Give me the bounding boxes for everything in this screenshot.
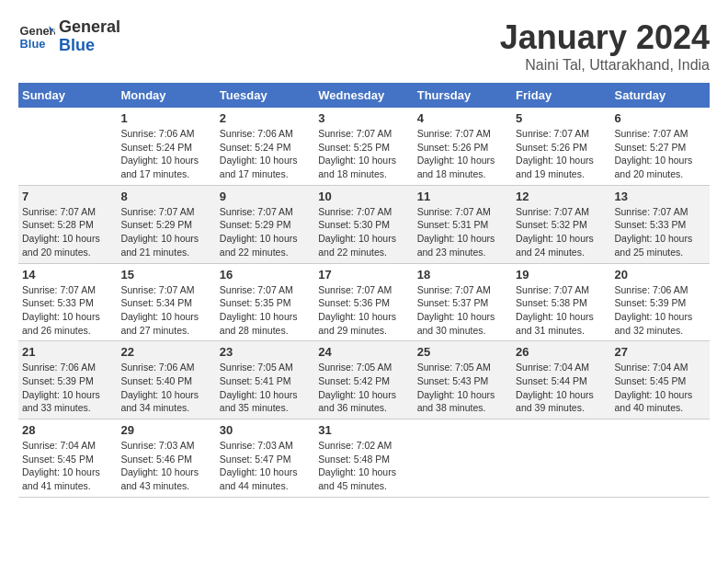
day-info: Sunrise: 7:07 AM Sunset: 5:26 PM Dayligh…	[516, 127, 607, 181]
day-number: 2	[220, 111, 311, 125]
weekday-header-thursday: Thursday	[414, 83, 512, 108]
calendar-cell: 14Sunrise: 7:07 AM Sunset: 5:33 PM Dayli…	[18, 263, 117, 341]
title-block: January 2024 Naini Tal, Uttarakhand, Ind…	[500, 18, 710, 74]
day-info: Sunrise: 7:04 AM Sunset: 5:44 PM Dayligh…	[516, 361, 607, 415]
calendar-cell: 3Sunrise: 7:07 AM Sunset: 5:25 PM Daylig…	[314, 108, 413, 185]
day-number: 13	[615, 190, 706, 203]
calendar-cell: 4Sunrise: 7:07 AM Sunset: 5:26 PM Daylig…	[414, 108, 512, 185]
day-info: Sunrise: 7:06 AM Sunset: 5:39 PM Dayligh…	[615, 283, 706, 338]
calendar-week-row: 14Sunrise: 7:07 AM Sunset: 5:33 PM Dayli…	[18, 263, 710, 341]
day-number: 24	[318, 345, 409, 359]
page-header: General Blue General Blue January 2024 N…	[18, 18, 710, 74]
day-number: 4	[417, 111, 508, 125]
day-number: 17	[318, 268, 409, 282]
day-info: Sunrise: 7:07 AM Sunset: 5:33 PM Dayligh…	[22, 283, 113, 338]
calendar-cell: 7Sunrise: 7:07 AM Sunset: 5:28 PM Daylig…	[18, 185, 117, 263]
month-title: January 2024	[500, 18, 710, 57]
day-info: Sunrise: 7:03 AM Sunset: 5:47 PM Dayligh…	[220, 439, 311, 493]
calendar-cell: 5Sunrise: 7:07 AM Sunset: 5:26 PM Daylig…	[512, 108, 610, 185]
day-info: Sunrise: 7:06 AM Sunset: 5:40 PM Dayligh…	[120, 361, 211, 415]
calendar-cell: 12Sunrise: 7:07 AM Sunset: 5:32 PM Dayli…	[512, 185, 610, 263]
day-info: Sunrise: 7:07 AM Sunset: 5:28 PM Dayligh…	[22, 205, 113, 259]
calendar-cell: 31Sunrise: 7:02 AM Sunset: 5:48 PM Dayli…	[314, 419, 413, 498]
calendar-cell: 26Sunrise: 7:04 AM Sunset: 5:44 PM Dayli…	[512, 341, 610, 419]
calendar-cell: 28Sunrise: 7:04 AM Sunset: 5:45 PM Dayli…	[18, 419, 117, 498]
day-number: 18	[417, 268, 508, 282]
day-number: 31	[318, 423, 409, 437]
day-number: 26	[516, 345, 607, 359]
calendar-cell: 8Sunrise: 7:07 AM Sunset: 5:29 PM Daylig…	[117, 185, 215, 263]
calendar-cell: 16Sunrise: 7:07 AM Sunset: 5:35 PM Dayli…	[216, 263, 314, 341]
day-number: 15	[120, 268, 211, 282]
day-info: Sunrise: 7:04 AM Sunset: 5:45 PM Dayligh…	[22, 439, 113, 493]
day-number: 23	[220, 345, 311, 359]
svg-text:General: General	[20, 24, 55, 38]
day-number: 19	[516, 268, 607, 282]
calendar-cell: 23Sunrise: 7:05 AM Sunset: 5:41 PM Dayli…	[216, 341, 314, 419]
day-info: Sunrise: 7:06 AM Sunset: 5:24 PM Dayligh…	[220, 127, 311, 181]
svg-text:Blue: Blue	[20, 37, 46, 51]
weekday-header-friday: Friday	[512, 83, 610, 108]
day-number: 21	[22, 345, 113, 359]
calendar-cell: 30Sunrise: 7:03 AM Sunset: 5:47 PM Dayli…	[216, 419, 314, 498]
calendar-cell: 27Sunrise: 7:04 AM Sunset: 5:45 PM Dayli…	[611, 341, 710, 419]
day-info: Sunrise: 7:03 AM Sunset: 5:46 PM Dayligh…	[120, 439, 211, 493]
day-number: 6	[615, 111, 706, 125]
day-info: Sunrise: 7:04 AM Sunset: 5:45 PM Dayligh…	[615, 361, 706, 415]
calendar-cell: 20Sunrise: 7:06 AM Sunset: 5:39 PM Dayli…	[611, 263, 710, 341]
weekday-header-wednesday: Wednesday	[314, 83, 413, 108]
weekday-header-monday: Monday	[117, 83, 215, 108]
day-info: Sunrise: 7:07 AM Sunset: 5:33 PM Dayligh…	[615, 205, 706, 259]
day-number: 1	[120, 111, 211, 125]
day-number: 29	[120, 423, 211, 437]
weekday-header-row: SundayMondayTuesdayWednesdayThursdayFrid…	[18, 83, 710, 108]
day-info: Sunrise: 7:07 AM Sunset: 5:38 PM Dayligh…	[516, 283, 607, 338]
calendar-cell: 24Sunrise: 7:05 AM Sunset: 5:42 PM Dayli…	[314, 341, 413, 419]
day-number: 5	[516, 111, 607, 125]
calendar-cell: 19Sunrise: 7:07 AM Sunset: 5:38 PM Dayli…	[512, 263, 610, 341]
calendar-cell: 11Sunrise: 7:07 AM Sunset: 5:31 PM Dayli…	[414, 185, 512, 263]
logo: General Blue General Blue	[18, 18, 120, 55]
calendar-cell: 22Sunrise: 7:06 AM Sunset: 5:40 PM Dayli…	[117, 341, 215, 419]
day-info: Sunrise: 7:07 AM Sunset: 5:25 PM Dayligh…	[318, 127, 409, 181]
calendar-table: SundayMondayTuesdayWednesdayThursdayFrid…	[18, 83, 710, 498]
weekday-header-saturday: Saturday	[611, 83, 710, 108]
calendar-cell: 13Sunrise: 7:07 AM Sunset: 5:33 PM Dayli…	[611, 185, 710, 263]
day-number: 28	[22, 423, 113, 437]
day-number: 12	[516, 190, 607, 203]
day-info: Sunrise: 7:05 AM Sunset: 5:43 PM Dayligh…	[417, 361, 508, 415]
calendar-cell: 17Sunrise: 7:07 AM Sunset: 5:36 PM Dayli…	[314, 263, 413, 341]
day-info: Sunrise: 7:06 AM Sunset: 5:24 PM Dayligh…	[120, 127, 211, 181]
calendar-cell: 1Sunrise: 7:06 AM Sunset: 5:24 PM Daylig…	[117, 108, 215, 185]
calendar-cell: 9Sunrise: 7:07 AM Sunset: 5:29 PM Daylig…	[216, 185, 314, 263]
calendar-week-row: 28Sunrise: 7:04 AM Sunset: 5:45 PM Dayli…	[18, 419, 710, 498]
calendar-cell: 21Sunrise: 7:06 AM Sunset: 5:39 PM Dayli…	[18, 341, 117, 419]
calendar-cell: 2Sunrise: 7:06 AM Sunset: 5:24 PM Daylig…	[216, 108, 314, 185]
day-number: 25	[417, 345, 508, 359]
calendar-cell	[611, 419, 710, 498]
day-number: 3	[318, 111, 409, 125]
day-number: 30	[220, 423, 311, 437]
day-info: Sunrise: 7:07 AM Sunset: 5:36 PM Dayligh…	[318, 283, 409, 338]
calendar-cell	[18, 108, 117, 185]
calendar-cell: 10Sunrise: 7:07 AM Sunset: 5:30 PM Dayli…	[314, 185, 413, 263]
calendar-week-row: 1Sunrise: 7:06 AM Sunset: 5:24 PM Daylig…	[18, 108, 710, 185]
day-number: 7	[22, 190, 113, 203]
day-number: 16	[220, 268, 311, 282]
calendar-cell	[512, 419, 610, 498]
calendar-cell: 6Sunrise: 7:07 AM Sunset: 5:27 PM Daylig…	[611, 108, 710, 185]
day-info: Sunrise: 7:07 AM Sunset: 5:32 PM Dayligh…	[516, 205, 607, 259]
calendar-week-row: 21Sunrise: 7:06 AM Sunset: 5:39 PM Dayli…	[18, 341, 710, 419]
location: Naini Tal, Uttarakhand, India	[500, 57, 710, 74]
day-info: Sunrise: 7:07 AM Sunset: 5:27 PM Dayligh…	[615, 127, 706, 181]
day-info: Sunrise: 7:07 AM Sunset: 5:34 PM Dayligh…	[120, 283, 211, 338]
day-number: 22	[120, 345, 211, 359]
day-info: Sunrise: 7:07 AM Sunset: 5:29 PM Dayligh…	[220, 205, 311, 259]
weekday-header-tuesday: Tuesday	[216, 83, 314, 108]
day-info: Sunrise: 7:06 AM Sunset: 5:39 PM Dayligh…	[22, 361, 113, 415]
day-info: Sunrise: 7:05 AM Sunset: 5:42 PM Dayligh…	[318, 361, 409, 415]
day-info: Sunrise: 7:07 AM Sunset: 5:31 PM Dayligh…	[417, 205, 508, 259]
calendar-cell	[414, 419, 512, 498]
day-number: 20	[615, 268, 706, 282]
day-info: Sunrise: 7:07 AM Sunset: 5:37 PM Dayligh…	[417, 283, 508, 338]
